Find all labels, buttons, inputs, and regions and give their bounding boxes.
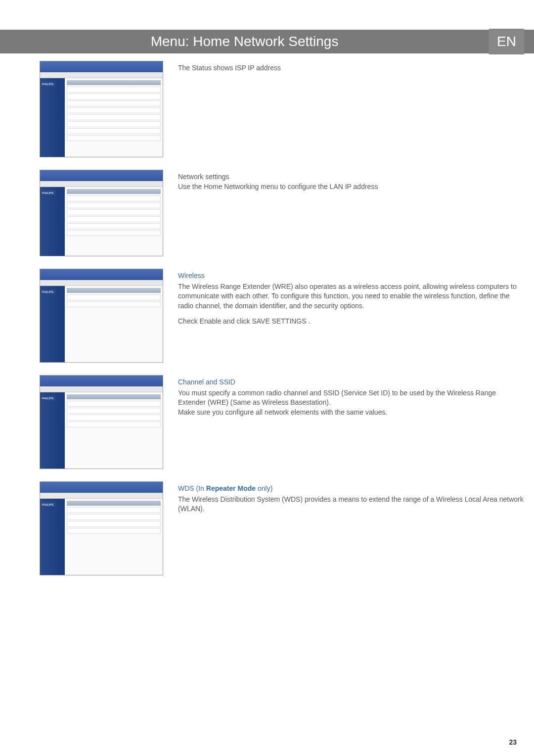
page-number: 23 xyxy=(509,738,517,746)
section-wireless: PHILIPS Wireless The Wireless Range Exte… xyxy=(40,269,524,363)
text-network-settings: Network settings Use the Home Networking… xyxy=(178,170,524,191)
screenshot-wireless: PHILIPS xyxy=(40,269,163,363)
section-wds: PHILIPS WDS (In Repeater Mode only) The … xyxy=(40,481,524,575)
section-status: PHILIPS The Status shows ISP IP address xyxy=(40,61,524,157)
page-header: Menu: Home Network Settings EN xyxy=(0,30,534,53)
wds-title: WDS (In Repeater Mode only) xyxy=(178,484,524,494)
text-channel-ssid: Channel and SSID You must specify a comm… xyxy=(178,375,524,417)
screenshot-channel-ssid: PHILIPS xyxy=(40,375,163,469)
section-channel-ssid: PHILIPS Channel and SSID You must specif… xyxy=(40,375,524,469)
section-network-settings: PHILIPS Network settings Use the Home Ne… xyxy=(40,170,524,256)
language-badge: EN xyxy=(489,29,524,54)
screenshot-status: PHILIPS xyxy=(40,61,163,157)
screenshot-wds: PHILIPS xyxy=(40,481,163,575)
page-title: Menu: Home Network Settings xyxy=(0,30,489,53)
text-status: The Status shows ISP IP address xyxy=(178,61,524,73)
text-wds: WDS (In Repeater Mode only) The Wireless… xyxy=(178,481,524,514)
text-wireless: Wireless The Wireless Range Extender (WR… xyxy=(178,269,524,327)
screenshot-lan-settings: PHILIPS xyxy=(40,170,163,256)
